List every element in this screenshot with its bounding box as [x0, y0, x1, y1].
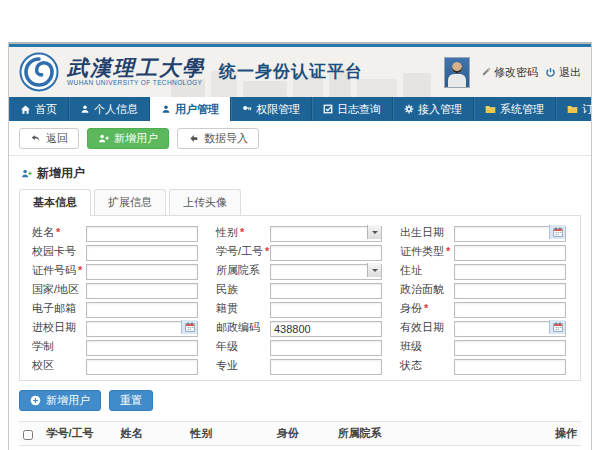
- table-header-学号/工号: 学号/工号: [42, 422, 116, 446]
- form-field-gender: 性别*: [208, 224, 392, 240]
- birth-date-calendar-button[interactable]: [549, 225, 565, 239]
- add-user-toolbar-button[interactable]: 新增用户: [87, 128, 169, 149]
- users-icon: [161, 104, 171, 114]
- form-field-address: 住址: [392, 262, 576, 278]
- data-import-button[interactable]: 数据导入: [177, 128, 259, 149]
- field-label-text: 所属院系: [216, 264, 260, 276]
- form-field-major: 专业: [208, 357, 392, 373]
- native-place-input-wrap: [270, 300, 382, 316]
- tab-基本信息[interactable]: 基本信息: [19, 189, 91, 216]
- email-input[interactable]: [86, 302, 198, 318]
- address-input[interactable]: [454, 264, 566, 280]
- nav-item-用户管理[interactable]: 用户管理: [150, 97, 231, 121]
- required-asterisk: *: [56, 226, 60, 238]
- submit-add-user-button[interactable]: 新增用户: [19, 390, 101, 411]
- field-label-birth-date: 出生日期: [392, 225, 454, 240]
- form-field-identity: 身份*: [392, 300, 576, 316]
- field-label-entry-date: 进校日期: [24, 320, 86, 335]
- native-place-input[interactable]: [270, 302, 382, 318]
- field-label-text: 学号/工号: [216, 245, 263, 257]
- field-label-status: 状态: [392, 358, 454, 373]
- user-form: 姓名*性别*出生日期校园卡号学号/工号*证件类型*证件号码*所属院系住址国家/地…: [24, 224, 576, 373]
- gender-dropdown-button[interactable]: [367, 225, 381, 239]
- field-label-name: 姓名*: [24, 225, 86, 240]
- id-number-input[interactable]: [86, 264, 198, 280]
- form-field-id-number: 证件号码*: [24, 262, 208, 278]
- form-field-grade: 年级: [208, 338, 392, 354]
- field-label-political-status: 政治面貌: [392, 282, 454, 297]
- department-input[interactable]: [270, 264, 382, 280]
- form-field-valid-date: 有效日期: [392, 319, 576, 335]
- header-titles: 武漢理工大學 WUHAN UNIVERSITY OF TECHNOLOGY 统一…: [67, 57, 363, 87]
- gear-icon: [404, 104, 414, 114]
- pencil-icon: [481, 67, 491, 77]
- field-label-ethnicity: 民族: [208, 282, 270, 297]
- back-button[interactable]: 返回: [19, 128, 79, 149]
- logout-link[interactable]: 退出: [545, 65, 581, 80]
- field-label-text: 状态: [400, 359, 422, 371]
- campus-card-no-input[interactable]: [86, 245, 198, 261]
- nav-item-系统管理[interactable]: 系统管理: [474, 97, 556, 121]
- field-label-text: 政治面貌: [400, 283, 444, 295]
- department-dropdown-button[interactable]: [367, 263, 381, 277]
- field-label-text: 国家/地区: [32, 283, 79, 295]
- id-type-input[interactable]: [454, 245, 566, 261]
- form-actions: 新增用户 重置: [9, 381, 591, 419]
- home-icon: [20, 104, 31, 115]
- major-input-wrap: [270, 357, 382, 373]
- gender-input[interactable]: [270, 226, 382, 242]
- status-input[interactable]: [454, 359, 566, 375]
- student-id-input-wrap: [270, 243, 382, 259]
- field-label-text: 年级: [216, 340, 238, 352]
- nav-item-首页[interactable]: 首页: [9, 97, 69, 121]
- field-label-text: 证件类型: [400, 245, 444, 257]
- field-label-major: 专业: [208, 358, 270, 373]
- required-asterisk: *: [446, 245, 450, 257]
- form-tabs: 基本信息扩展信息上传头像: [19, 189, 581, 215]
- folder-icon: [567, 104, 578, 115]
- major-input[interactable]: [270, 359, 382, 375]
- nav-item-label: 系统管理: [500, 102, 544, 117]
- form-field-status: 状态: [392, 357, 576, 373]
- logout-label: 退出: [559, 65, 581, 80]
- field-label-valid-date: 有效日期: [392, 320, 454, 335]
- nav-item-个人信息[interactable]: 个人信息: [69, 97, 150, 121]
- school-system-input[interactable]: [86, 340, 198, 356]
- class-input[interactable]: [454, 340, 566, 356]
- nav-item-日志查询[interactable]: 日志查询: [312, 97, 393, 121]
- field-label-country-region: 国家/地区: [24, 282, 86, 297]
- country-region-input[interactable]: [86, 283, 198, 299]
- header-actions: 修改密码 退出: [444, 57, 581, 88]
- change-password-link[interactable]: 修改密码: [481, 65, 538, 80]
- calendar-icon: [553, 227, 563, 237]
- app-window: 武漢理工大學 WUHAN UNIVERSITY OF TECHNOLOGY 统一…: [8, 42, 592, 450]
- field-label-gender: 性别*: [208, 225, 270, 240]
- table-header-所属院系: 所属院系: [334, 422, 551, 446]
- reset-button[interactable]: 重置: [109, 390, 153, 411]
- grade-input[interactable]: [270, 340, 382, 356]
- nav-item-订阅管理[interactable]: 订阅管理: [556, 97, 600, 121]
- nav-item-label: 日志查询: [337, 102, 381, 117]
- calendar-icon: [553, 322, 563, 332]
- select-all-checkbox[interactable]: [23, 430, 33, 440]
- nav-item-权限管理[interactable]: 权限管理: [231, 97, 312, 121]
- ethnicity-input-wrap: [270, 281, 382, 297]
- student-id-input[interactable]: [270, 245, 382, 261]
- tab-扩展信息[interactable]: 扩展信息: [94, 189, 166, 215]
- table-header-操作: 操作: [551, 422, 581, 446]
- valid-date-calendar-button[interactable]: [549, 320, 565, 334]
- postal-code-input[interactable]: [270, 321, 382, 337]
- identity-input[interactable]: [454, 302, 566, 318]
- entry-date-calendar-button[interactable]: [181, 320, 197, 334]
- back-button-label: 返回: [46, 132, 68, 145]
- field-label-department: 所属院系: [208, 263, 270, 278]
- nav-item-接入管理[interactable]: 接入管理: [393, 97, 474, 121]
- university-logo: [19, 52, 59, 92]
- campus-input[interactable]: [86, 359, 198, 375]
- form-field-political-status: 政治面貌: [392, 281, 576, 297]
- form-field-native-place: 籍贯: [208, 300, 392, 316]
- political-status-input[interactable]: [454, 283, 566, 299]
- tab-上传头像[interactable]: 上传头像: [169, 189, 241, 215]
- ethnicity-input[interactable]: [270, 283, 382, 299]
- name-input[interactable]: [86, 226, 198, 242]
